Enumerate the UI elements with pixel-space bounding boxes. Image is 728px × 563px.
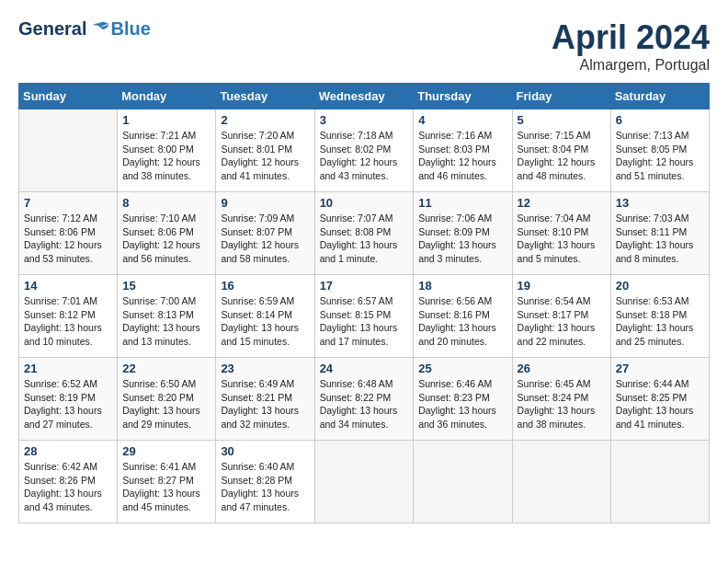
week-row-3: 14Sunrise: 7:01 AMSunset: 8:12 PMDayligh… bbox=[19, 275, 710, 358]
day-number: 3 bbox=[320, 113, 409, 127]
day-number: 21 bbox=[24, 362, 112, 375]
day-number: 29 bbox=[122, 444, 210, 458]
calendar-cell: 18Sunrise: 6:56 AMSunset: 8:16 PMDayligh… bbox=[414, 275, 512, 358]
day-info: Sunrise: 7:01 AMSunset: 8:12 PMDaylight:… bbox=[24, 294, 112, 349]
day-number: 8 bbox=[122, 196, 210, 210]
day-info: Sunrise: 6:41 AMSunset: 8:27 PMDaylight:… bbox=[122, 460, 210, 514]
day-number: 17 bbox=[320, 279, 409, 293]
day-number: 7 bbox=[24, 196, 112, 210]
calendar-cell: 25Sunrise: 6:46 AMSunset: 8:23 PMDayligh… bbox=[414, 358, 512, 441]
calendar-cell: 17Sunrise: 6:57 AMSunset: 8:15 PMDayligh… bbox=[314, 275, 414, 358]
calendar-cell: 8Sunrise: 7:10 AMSunset: 8:06 PMDaylight… bbox=[118, 192, 216, 275]
logo-bird-icon bbox=[88, 21, 110, 38]
week-row-5: 28Sunrise: 6:42 AMSunset: 8:26 PMDayligh… bbox=[19, 441, 710, 523]
day-info: Sunrise: 7:07 AMSunset: 8:08 PMDaylight:… bbox=[320, 212, 409, 266]
day-info: Sunrise: 6:46 AMSunset: 8:23 PMDaylight:… bbox=[418, 377, 506, 431]
header-row: SundayMondayTuesdayWednesdayThursdayFrid… bbox=[19, 84, 710, 109]
day-info: Sunrise: 6:53 AMSunset: 8:18 PMDaylight:… bbox=[616, 294, 704, 349]
calendar-cell bbox=[19, 109, 118, 192]
day-number: 4 bbox=[418, 113, 506, 127]
week-row-2: 7Sunrise: 7:12 AMSunset: 8:06 PMDaylight… bbox=[19, 192, 710, 275]
day-number: 6 bbox=[616, 113, 704, 127]
day-info: Sunrise: 7:00 AMSunset: 8:13 PMDaylight:… bbox=[122, 294, 210, 349]
day-number: 2 bbox=[221, 113, 309, 127]
calendar-cell: 4Sunrise: 7:16 AMSunset: 8:03 PMDaylight… bbox=[414, 109, 512, 192]
calendar-cell: 10Sunrise: 7:07 AMSunset: 8:08 PMDayligh… bbox=[314, 192, 414, 275]
week-row-1: 1Sunrise: 7:21 AMSunset: 8:00 PMDaylight… bbox=[19, 109, 710, 192]
day-number: 14 bbox=[24, 279, 112, 293]
day-number: 28 bbox=[24, 444, 112, 458]
day-info: Sunrise: 7:12 AMSunset: 8:06 PMDaylight:… bbox=[24, 212, 112, 266]
calendar-cell: 5Sunrise: 7:15 AMSunset: 8:04 PMDaylight… bbox=[512, 109, 610, 192]
day-info: Sunrise: 6:54 AMSunset: 8:17 PMDaylight:… bbox=[518, 294, 606, 349]
day-number: 22 bbox=[122, 362, 210, 375]
calendar-cell bbox=[512, 441, 610, 523]
day-info: Sunrise: 6:48 AMSunset: 8:22 PMDaylight:… bbox=[320, 377, 409, 431]
day-number: 5 bbox=[518, 113, 606, 127]
day-number: 24 bbox=[320, 362, 409, 375]
header-day-friday: Friday bbox=[512, 84, 610, 109]
header-day-monday: Monday bbox=[118, 84, 216, 109]
calendar-cell: 13Sunrise: 7:03 AMSunset: 8:11 PMDayligh… bbox=[610, 192, 709, 275]
day-info: Sunrise: 6:40 AMSunset: 8:28 PMDaylight:… bbox=[221, 460, 309, 514]
calendar-cell: 24Sunrise: 6:48 AMSunset: 8:22 PMDayligh… bbox=[314, 358, 414, 441]
day-info: Sunrise: 7:03 AMSunset: 8:11 PMDaylight:… bbox=[616, 212, 704, 266]
calendar-cell: 30Sunrise: 6:40 AMSunset: 8:28 PMDayligh… bbox=[216, 441, 314, 523]
calendar-cell: 23Sunrise: 6:49 AMSunset: 8:21 PMDayligh… bbox=[216, 358, 314, 441]
calendar-cell: 3Sunrise: 7:18 AMSunset: 8:02 PMDaylight… bbox=[314, 109, 414, 192]
day-number: 19 bbox=[518, 279, 606, 293]
day-number: 25 bbox=[418, 362, 506, 375]
calendar-cell: 7Sunrise: 7:12 AMSunset: 8:06 PMDaylight… bbox=[19, 192, 118, 275]
day-info: Sunrise: 7:09 AMSunset: 8:07 PMDaylight:… bbox=[221, 212, 309, 266]
calendar-cell: 29Sunrise: 6:41 AMSunset: 8:27 PMDayligh… bbox=[118, 441, 216, 523]
day-info: Sunrise: 7:21 AMSunset: 8:00 PMDaylight:… bbox=[122, 129, 210, 183]
day-info: Sunrise: 7:06 AMSunset: 8:09 PMDaylight:… bbox=[418, 212, 506, 266]
day-info: Sunrise: 6:57 AMSunset: 8:15 PMDaylight:… bbox=[320, 294, 409, 349]
calendar-cell bbox=[610, 441, 709, 523]
calendar-cell: 12Sunrise: 7:04 AMSunset: 8:10 PMDayligh… bbox=[512, 192, 610, 275]
day-number: 18 bbox=[418, 279, 506, 293]
header-day-sunday: Sunday bbox=[19, 84, 118, 109]
day-number: 15 bbox=[122, 279, 210, 293]
day-number: 10 bbox=[320, 196, 409, 210]
day-number: 30 bbox=[221, 444, 309, 458]
calendar-cell: 1Sunrise: 7:21 AMSunset: 8:00 PMDaylight… bbox=[118, 109, 216, 192]
logo-general-text: General bbox=[18, 18, 86, 40]
calendar-cell: 19Sunrise: 6:54 AMSunset: 8:17 PMDayligh… bbox=[512, 275, 610, 358]
day-info: Sunrise: 7:10 AMSunset: 8:06 PMDaylight:… bbox=[122, 212, 210, 266]
calendar-cell: 14Sunrise: 7:01 AMSunset: 8:12 PMDayligh… bbox=[19, 275, 118, 358]
day-info: Sunrise: 7:04 AMSunset: 8:10 PMDaylight:… bbox=[518, 212, 606, 266]
header-day-tuesday: Tuesday bbox=[216, 84, 314, 109]
calendar-cell: 22Sunrise: 6:50 AMSunset: 8:20 PMDayligh… bbox=[118, 358, 216, 441]
logo-blue-text: Blue bbox=[110, 18, 150, 40]
calendar-cell: 26Sunrise: 6:45 AMSunset: 8:24 PMDayligh… bbox=[512, 358, 610, 441]
week-row-4: 21Sunrise: 6:52 AMSunset: 8:19 PMDayligh… bbox=[19, 358, 710, 441]
day-number: 26 bbox=[518, 362, 606, 375]
calendar-cell: 27Sunrise: 6:44 AMSunset: 8:25 PMDayligh… bbox=[610, 358, 709, 441]
day-info: Sunrise: 6:52 AMSunset: 8:19 PMDaylight:… bbox=[24, 377, 112, 431]
logo: General Blue bbox=[18, 18, 151, 40]
day-number: 20 bbox=[616, 279, 704, 293]
day-info: Sunrise: 6:42 AMSunset: 8:26 PMDaylight:… bbox=[24, 460, 112, 514]
day-info: Sunrise: 6:56 AMSunset: 8:16 PMDaylight:… bbox=[418, 294, 506, 349]
day-number: 1 bbox=[122, 113, 210, 127]
header-day-wednesday: Wednesday bbox=[314, 84, 414, 109]
day-number: 23 bbox=[221, 362, 309, 375]
day-info: Sunrise: 6:44 AMSunset: 8:25 PMDaylight:… bbox=[616, 377, 704, 431]
day-number: 13 bbox=[616, 196, 704, 210]
calendar-cell: 16Sunrise: 6:59 AMSunset: 8:14 PMDayligh… bbox=[216, 275, 314, 358]
day-info: Sunrise: 6:45 AMSunset: 8:24 PMDaylight:… bbox=[518, 377, 606, 431]
calendar-cell: 21Sunrise: 6:52 AMSunset: 8:19 PMDayligh… bbox=[19, 358, 118, 441]
day-info: Sunrise: 6:49 AMSunset: 8:21 PMDaylight:… bbox=[221, 377, 309, 431]
header-day-thursday: Thursday bbox=[414, 84, 512, 109]
title-area: April 2024 Almargem, Portugal bbox=[552, 18, 710, 74]
calendar-cell: 6Sunrise: 7:13 AMSunset: 8:05 PMDaylight… bbox=[610, 109, 709, 192]
day-info: Sunrise: 6:50 AMSunset: 8:20 PMDaylight:… bbox=[122, 377, 210, 431]
day-info: Sunrise: 7:20 AMSunset: 8:01 PMDaylight:… bbox=[221, 129, 309, 183]
header: General Blue April 2024 Almargem, Portug… bbox=[18, 18, 710, 74]
day-number: 16 bbox=[221, 279, 309, 293]
calendar-cell: 11Sunrise: 7:06 AMSunset: 8:09 PMDayligh… bbox=[414, 192, 512, 275]
day-number: 11 bbox=[418, 196, 506, 210]
calendar-cell: 2Sunrise: 7:20 AMSunset: 8:01 PMDaylight… bbox=[216, 109, 314, 192]
calendar-cell: 28Sunrise: 6:42 AMSunset: 8:26 PMDayligh… bbox=[19, 441, 118, 523]
